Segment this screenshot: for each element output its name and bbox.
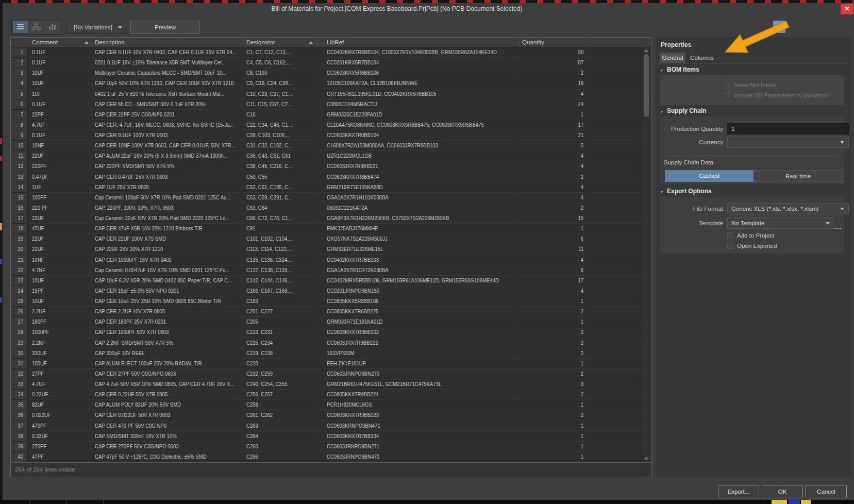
cell-row-number[interactable]: 40 xyxy=(11,452,28,462)
cell-comment[interactable]: 4.7UF xyxy=(28,379,92,390)
tab-columns[interactable]: Columns xyxy=(687,53,717,63)
cell-description[interactable]: CAP 2.2NF SMD/SMT 50V X7R 5% xyxy=(92,338,243,348)
cell-libref[interactable]: EMK325ABJ476MMHP xyxy=(317,224,518,234)
cell-comment[interactable]: 10UF xyxy=(28,276,92,286)
cell-designator[interactable]: C220 xyxy=(243,359,317,369)
checkbox-icon[interactable] xyxy=(727,232,733,239)
cell-row-number[interactable]: 8 xyxy=(11,120,28,130)
column-divider[interactable] xyxy=(243,39,243,46)
cell-row-number[interactable]: 6 xyxy=(11,99,28,110)
cell-description[interactable]: CAP CER, 4.7UF, 16V, MLCC, 0603; SVHC: N… xyxy=(92,120,243,130)
cell-quantity[interactable]: 2 xyxy=(518,172,590,182)
cell-description[interactable]: CAP CER 15pF ±5.0% 50V NPO 0201 xyxy=(92,286,243,296)
cell-row-number[interactable]: 16 xyxy=(11,203,28,213)
cell-designator[interactable]: C52, C62, C185, C... xyxy=(243,182,317,193)
cell-description[interactable]: CAP CER 270PF 50V C0G/NPO 0603 xyxy=(92,442,243,452)
cell-libref[interactable]: C1608X7R2A103M080AA, CC0603JRX7R9BB103 xyxy=(317,141,518,151)
cell-row-number[interactable]: 18 xyxy=(11,224,28,234)
cell-row-number[interactable]: 17 xyxy=(11,213,28,224)
cell-quantity[interactable]: 4 xyxy=(518,161,590,172)
cell-quantity[interactable]: 2 xyxy=(518,68,590,78)
cell-row-number[interactable]: 25 xyxy=(11,296,28,307)
cell-quantity[interactable]: 2 xyxy=(518,390,590,400)
cell-description[interactable]: CAP 330µF 16V REEL xyxy=(92,348,243,359)
add-to-project-option[interactable]: Add to Project xyxy=(727,232,774,239)
column-divider[interactable] xyxy=(92,39,92,46)
cell-description[interactable]: CAP CER 0.22UF 50V X7R 0805 xyxy=(92,390,243,400)
cell-description[interactable]: CAP CER 22PF 25V C0G/NP0 0201 xyxy=(92,110,243,120)
cell-description[interactable]: CAP ALUM POLY 82UF 20% 50V SMD xyxy=(92,400,243,410)
cell-quantity[interactable]: 2 xyxy=(518,348,590,359)
table-row[interactable]: 4047PFCAP 47pF 50 V +125°C, C0G Dielectr… xyxy=(11,452,651,462)
cell-comment[interactable]: 10UF xyxy=(28,296,92,307)
close-button[interactable]: ✕ xyxy=(841,4,853,14)
cell-libref[interactable]: CKG57NX7S2A226M500JJ xyxy=(317,234,518,244)
cell-comment[interactable]: 0.1UF xyxy=(28,47,92,58)
cell-designator[interactable]: C101, C102, C104,... xyxy=(243,234,317,244)
cell-libref[interactable]: UZR1C220MCL1GB xyxy=(317,151,518,161)
cell-quantity[interactable]: 2 xyxy=(518,410,590,421)
cell-quantity[interactable]: 87 xyxy=(518,58,590,68)
cell-libref[interactable]: CC0603KRNPO9BN471 xyxy=(317,421,518,431)
cell-libref[interactable]: CC0603KRX7R9BB102 xyxy=(317,327,518,338)
cell-libref[interactable]: CC0603KRX7R7BB334 xyxy=(317,431,518,442)
cell-description[interactable]: CAP CER 470 PF 50V C0G NP0 xyxy=(92,421,243,431)
cell-description[interactable]: CAP ALUM 22uF 16V 20% (5 X 3.9mm) SMD 37… xyxy=(92,151,243,161)
cell-quantity[interactable]: 17 xyxy=(518,276,590,286)
cell-quantity[interactable]: 1 xyxy=(518,421,590,431)
cell-designator[interactable]: C183 xyxy=(243,296,317,307)
cell-quantity[interactable]: 4 xyxy=(518,151,590,161)
table-row[interactable]: 2310UFCAP 10uF 6.3V X5R 20% SMD 0402 85C… xyxy=(11,276,651,286)
table-row[interactable]: 37470PFCAP CER 470 PF 50V C0G NP0C263CC0… xyxy=(11,421,651,431)
cell-description[interactable]: CAP CER 10000PF 16V X7R 0402 xyxy=(92,255,243,265)
cell-libref[interactable]: CC0603KRX7R8BB474 xyxy=(317,172,518,182)
cell-description[interactable]: 0402 1 uF 25 V ±10 % Tolerance X5R Surfa… xyxy=(92,89,243,99)
cell-description[interactable]: CAP CER 0.022UF 50V X7R 0603 xyxy=(92,410,243,421)
cell-designator[interactable]: C201, C227 xyxy=(243,307,317,317)
cell-comment[interactable]: 15PF xyxy=(28,286,92,296)
cell-libref[interactable]: CC0805KKX7R9BB224 xyxy=(317,390,518,400)
table-row[interactable]: 1122UFCAP ALUM 22uF 16V 20% (5 X 3.9mm) … xyxy=(11,151,651,161)
cell-designator[interactable]: C38, C45, C216, C... xyxy=(243,161,317,172)
cell-comment[interactable]: 100UF xyxy=(28,359,92,369)
cell-description[interactable]: CAP CER 10NF 100V X7R 0603, CAP CER 0.01… xyxy=(92,141,243,151)
cell-quantity[interactable]: 1 xyxy=(518,359,590,369)
cell-designator[interactable]: C256, C257 xyxy=(243,390,317,400)
cell-row-number[interactable]: 21 xyxy=(11,255,28,265)
cell-quantity[interactable]: 5 xyxy=(518,141,590,151)
table-row[interactable]: 39270PFCAP CER 270PF 50V C0G/NPO 0603C26… xyxy=(11,442,651,452)
column-divider[interactable] xyxy=(590,39,590,46)
cell-libref[interactable]: CC0402KRX7R6BB104, C1005X7R1V104K050BB, … xyxy=(317,47,518,58)
table-row[interactable]: 30330UFCAP 330µF 16V REELC219, C23816SVP… xyxy=(11,348,651,359)
table-row[interactable]: 84.7UFCAP CER, 4.7UF, 16V, MLCC, 0603; S… xyxy=(11,120,651,130)
cell-quantity[interactable]: 6 xyxy=(518,234,590,244)
cell-comment[interactable]: 47PF xyxy=(28,452,92,462)
cell-comment[interactable]: 22PF xyxy=(28,110,92,120)
cell-row-number[interactable]: 33 xyxy=(11,379,28,390)
cell-description[interactable]: CAP CER 180PF 25V X7R 0201 xyxy=(92,317,243,327)
cell-quantity[interactable]: 21 xyxy=(518,130,590,141)
cell-description[interactable]: CAP 22UF 25V 20% X7R 1210 xyxy=(92,244,243,255)
cell-row-number[interactable]: 38 xyxy=(11,431,28,442)
cell-quantity[interactable]: 1 xyxy=(518,317,590,327)
cell-quantity[interactable]: 24 xyxy=(518,99,590,110)
cell-libref[interactable]: GRM219R71E105KA88D xyxy=(317,182,518,193)
cell-comment[interactable]: 470PF xyxy=(28,421,92,431)
column-divider[interactable] xyxy=(518,39,519,46)
table-row[interactable]: 12220PFCAP 220PF SMD/SMT 50V X7R 5%C38, … xyxy=(11,161,651,172)
cell-comment[interactable]: 10UF xyxy=(28,78,92,89)
cell-row-number[interactable]: 24 xyxy=(11,286,28,296)
cell-quantity[interactable]: 8 xyxy=(518,265,590,276)
cell-row-number[interactable]: 23 xyxy=(11,276,28,286)
cell-quantity[interactable]: 18 xyxy=(518,78,590,89)
cell-designator[interactable]: C1, C7, C12, C13,... xyxy=(243,47,317,58)
scroll-up-icon[interactable] xyxy=(644,49,648,52)
cell-comment[interactable]: 0.1UF xyxy=(28,99,92,110)
template-browse-button[interactable]: ... xyxy=(835,223,845,230)
cell-libref[interactable]: CC0805KKX5R8BB106 xyxy=(317,296,518,307)
cell-libref[interactable]: GRM21BR61H475KE51L, GCM21BR71C475KA73L xyxy=(317,379,518,390)
cell-comment[interactable]: 10NF xyxy=(28,141,92,151)
table-row[interactable]: 60.1UFCAP CER MLCC - SMD/SMT 50V 0.1uF X… xyxy=(11,99,651,110)
cell-quantity[interactable]: 4 xyxy=(518,89,590,99)
table-row[interactable]: 31100UFCAP ALUM ELECT 100uF 25V 20% RADI… xyxy=(11,359,651,369)
